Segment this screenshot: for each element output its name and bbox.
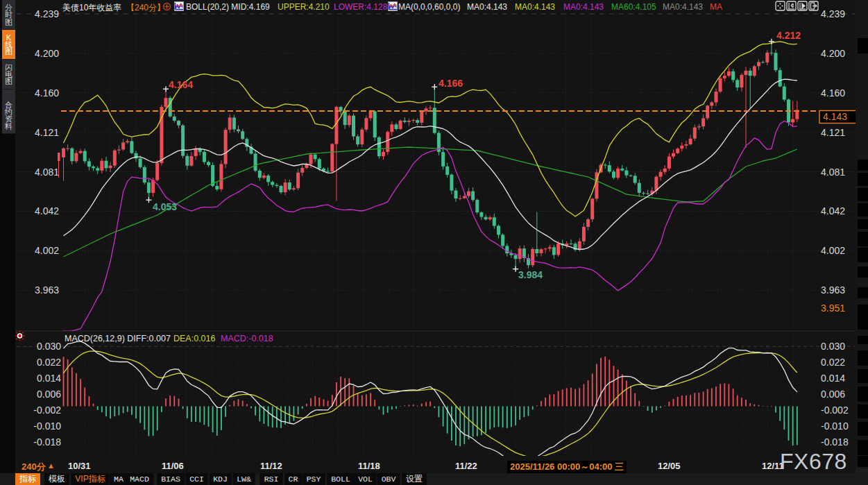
svg-text:0.022: 0.022 <box>37 357 61 368</box>
svg-text:4.160: 4.160 <box>35 87 59 99</box>
svg-text:3.984: 3.984 <box>518 269 543 280</box>
svg-text:3.963: 3.963 <box>35 284 59 296</box>
svg-text:0.014: 0.014 <box>821 373 845 384</box>
svg-text:0.030: 0.030 <box>821 341 845 352</box>
svg-text:4.042: 4.042 <box>35 205 59 216</box>
svg-text:-0.002: -0.002 <box>821 405 849 416</box>
svg-text:4.002: 4.002 <box>35 245 59 256</box>
svg-text:4.042: 4.042 <box>821 205 845 216</box>
svg-text:-0.010: -0.010 <box>821 420 849 432</box>
svg-text:0.006: 0.006 <box>821 389 845 400</box>
svg-text:4.053: 4.053 <box>153 201 177 212</box>
svg-text:-0.018: -0.018 <box>821 436 849 448</box>
svg-text:4.160: 4.160 <box>821 87 845 99</box>
svg-text:DEA:0.016: DEA:0.016 <box>173 334 216 343</box>
svg-text:4.081: 4.081 <box>35 167 59 178</box>
svg-text:3.963: 3.963 <box>821 284 845 296</box>
svg-text:-0.018: -0.018 <box>33 436 61 448</box>
svg-text:3.951: 3.951 <box>821 303 845 314</box>
svg-text:4.081: 4.081 <box>821 167 845 178</box>
svg-text:4.212: 4.212 <box>776 30 801 41</box>
svg-text:0.014: 0.014 <box>37 373 61 384</box>
svg-text:4.164: 4.164 <box>169 79 193 90</box>
svg-text:4.143: 4.143 <box>823 111 847 122</box>
svg-text:4.200: 4.200 <box>35 48 59 59</box>
svg-text:MACD:-0.018: MACD:-0.018 <box>221 334 273 343</box>
svg-text:MACD(26,12,9) DIFF:0.007: MACD(26,12,9) DIFF:0.007 <box>65 334 171 343</box>
svg-text:0.030: 0.030 <box>37 341 61 352</box>
svg-text:4.166: 4.166 <box>439 78 463 89</box>
svg-text:4.121: 4.121 <box>35 127 59 138</box>
svg-text:4.121: 4.121 <box>821 127 845 138</box>
svg-text:-0.002: -0.002 <box>33 405 61 416</box>
svg-text:0.022: 0.022 <box>821 357 845 368</box>
svg-text:4.200: 4.200 <box>821 48 845 59</box>
svg-text:4.002: 4.002 <box>821 245 845 256</box>
svg-text:-0.010: -0.010 <box>33 420 61 432</box>
svg-text:0.006: 0.006 <box>37 389 61 400</box>
